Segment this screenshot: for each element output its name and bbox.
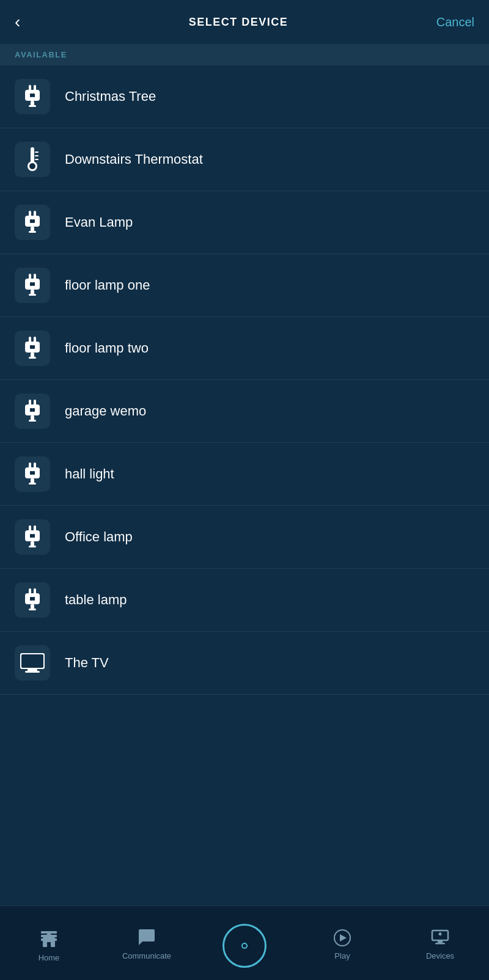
plug-icon	[15, 268, 50, 303]
device-name: Evan Lamp	[65, 214, 133, 230]
list-item[interactable]: floor lamp two	[0, 317, 489, 380]
svg-rect-30	[31, 353, 34, 357]
list-item[interactable]: Christmas Tree	[0, 65, 489, 128]
svg-rect-3	[31, 101, 34, 106]
svg-rect-33	[32, 345, 35, 349]
svg-rect-65	[25, 671, 40, 673]
list-item[interactable]: Office lamp	[0, 506, 489, 569]
svg-rect-25	[30, 282, 32, 286]
list-item[interactable]: The TV	[0, 632, 489, 695]
svg-rect-63	[21, 654, 43, 668]
home-icon	[39, 930, 59, 949]
svg-rect-39	[30, 408, 32, 412]
plug-icon	[15, 456, 50, 492]
list-item[interactable]: Evan Lamp	[0, 191, 489, 254]
svg-rect-52	[29, 546, 36, 547]
nav-item-home[interactable]: Home	[0, 926, 98, 962]
plug-icon	[15, 79, 50, 114]
play-icon	[332, 928, 353, 948]
svg-rect-18	[30, 219, 32, 223]
nav-play-label: Play	[334, 951, 350, 960]
section-available-label: AVAILABLE	[0, 44, 489, 65]
list-item[interactable]: garage wemo	[0, 380, 489, 443]
device-name: Christmas Tree	[65, 89, 156, 104]
svg-rect-61	[32, 597, 35, 601]
nav-devices-label: Devices	[426, 951, 454, 960]
devices-icon	[430, 928, 450, 948]
svg-rect-64	[28, 669, 37, 671]
nav-item-devices[interactable]: Devices	[391, 928, 489, 960]
svg-rect-44	[31, 478, 34, 483]
list-item[interactable]: hall light	[0, 443, 489, 506]
svg-rect-60	[30, 597, 32, 601]
svg-rect-54	[32, 534, 35, 538]
plug-icon	[15, 205, 50, 240]
device-name: floor lamp one	[65, 277, 150, 293]
device-name: hall light	[65, 466, 114, 482]
svg-rect-53	[30, 534, 32, 538]
svg-rect-71	[438, 940, 443, 943]
svg-rect-31	[29, 357, 36, 359]
alexa-ring-icon	[222, 924, 267, 968]
device-name: Downstairs Thermostat	[65, 152, 203, 167]
svg-rect-40	[32, 408, 35, 412]
svg-rect-32	[30, 345, 32, 349]
list-item[interactable]: table lamp	[0, 569, 489, 632]
list-item[interactable]: floor lamp one	[0, 254, 489, 317]
device-name: The TV	[65, 655, 109, 671]
svg-rect-58	[31, 604, 34, 609]
thermostat-icon	[15, 142, 50, 177]
svg-rect-26	[32, 282, 35, 286]
cancel-button[interactable]: Cancel	[425, 15, 474, 29]
svg-rect-19	[32, 219, 35, 223]
page-title: SELECT DEVICE	[51, 16, 425, 29]
svg-rect-45	[29, 483, 36, 485]
svg-rect-16	[31, 227, 34, 232]
svg-rect-17	[29, 231, 36, 233]
svg-rect-38	[29, 420, 36, 422]
svg-rect-47	[32, 471, 35, 475]
svg-rect-59	[29, 609, 36, 610]
svg-rect-51	[31, 541, 34, 546]
nav-communicate-label: Communicate	[122, 951, 171, 960]
device-name: floor lamp two	[65, 340, 149, 356]
device-name: garage wemo	[65, 403, 146, 419]
svg-rect-46	[30, 471, 32, 475]
nav-home-label: Home	[39, 953, 60, 962]
plug-icon	[15, 393, 50, 429]
bottom-navigation: Home Communicate Play Devices	[0, 905, 489, 980]
svg-point-9	[29, 163, 35, 169]
tv-icon	[15, 645, 50, 681]
device-name: table lamp	[65, 592, 127, 608]
chat-icon	[136, 928, 157, 948]
plug-icon	[15, 582, 50, 618]
nav-item-alexa[interactable]	[196, 924, 293, 965]
device-list: Christmas Tree Downstairs Thermostat	[0, 65, 489, 905]
plug-icon	[15, 331, 50, 366]
svg-rect-24	[29, 294, 36, 296]
svg-rect-6	[32, 93, 35, 97]
svg-rect-23	[31, 290, 34, 294]
back-button[interactable]: ‹	[15, 12, 51, 32]
svg-rect-4	[29, 105, 36, 107]
svg-rect-5	[30, 93, 32, 97]
svg-rect-72	[435, 943, 445, 945]
svg-rect-7	[31, 147, 34, 163]
header: ‹ SELECT DEVICE Cancel	[0, 0, 489, 44]
nav-item-play[interactable]: Play	[293, 928, 391, 960]
list-item[interactable]: Downstairs Thermostat	[0, 128, 489, 191]
nav-item-communicate[interactable]: Communicate	[98, 928, 196, 960]
svg-rect-37	[31, 415, 34, 420]
plug-icon	[15, 519, 50, 555]
device-name: Office lamp	[65, 529, 133, 545]
